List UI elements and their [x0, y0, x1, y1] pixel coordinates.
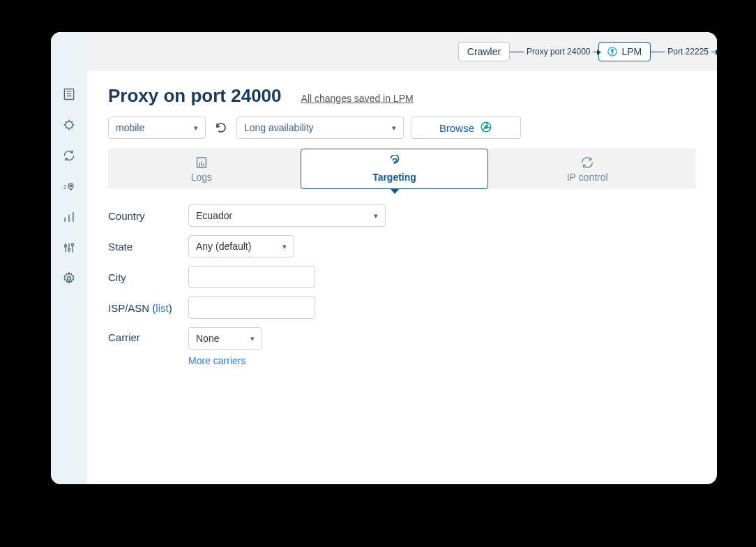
chevron-down-icon: ▾ — [374, 211, 378, 220]
svg-point-16 — [71, 243, 73, 246]
tab-label: Logs — [191, 172, 212, 183]
controls-row: mobile ▾ Long availability ▾ Browse — [87, 117, 717, 149]
state-select[interactable]: Any (default) ▾ — [188, 235, 294, 257]
zones-icon[interactable] — [61, 117, 77, 133]
stats-icon[interactable] — [61, 209, 77, 225]
carrier-value: None — [196, 333, 219, 344]
page-title: Proxy on port 24000 — [108, 85, 282, 107]
tab-logs[interactable]: Logs — [108, 149, 295, 189]
city-label: City — [108, 271, 188, 283]
country-select[interactable]: Ecuador ▾ — [188, 204, 386, 227]
topbar: Crawler Proxy port 24000 LPM Port 22225 — [87, 32, 717, 71]
browse-label: Browse — [439, 122, 474, 134]
refresh-button[interactable] — [213, 119, 229, 136]
svg-point-14 — [68, 248, 70, 250]
flow-line — [593, 52, 598, 52]
targeting-form: Country Ecuador ▾ State Any (default) ▾ … — [87, 189, 717, 390]
svg-point-20 — [612, 52, 614, 54]
isp-post: ) — [169, 302, 172, 314]
crawler-box[interactable]: Crawler — [458, 42, 510, 61]
svg-point-7 — [70, 185, 72, 187]
svg-point-27 — [394, 162, 395, 163]
availability-select[interactable]: Long availability ▾ — [236, 117, 404, 139]
app-window: Crawler Proxy port 24000 LPM Port 22225 … — [51, 32, 717, 484]
isp-list-link[interactable]: list — [156, 302, 168, 314]
lpm-box[interactable]: LPM — [598, 42, 651, 61]
flow-line — [651, 52, 665, 52]
tab-targeting[interactable]: Targeting — [301, 149, 489, 189]
state-label: State — [108, 241, 188, 253]
country-label: Country — [108, 210, 188, 222]
isp-pre: ISP/ASN ( — [108, 302, 156, 314]
more-carriers-link[interactable]: More carriers — [188, 355, 262, 366]
settings-icon[interactable] — [61, 271, 77, 286]
preset-value: mobile — [116, 122, 144, 133]
tab-label: Targeting — [372, 172, 416, 183]
svg-rect-0 — [64, 89, 73, 100]
chevron-down-icon: ▾ — [392, 123, 396, 133]
browse-button[interactable]: Browse — [411, 117, 521, 139]
svg-rect-19 — [612, 49, 614, 52]
lpm-label: LPM — [621, 46, 642, 57]
lpm-icon — [607, 47, 617, 57]
tab-overflow[interactable] — [686, 149, 696, 189]
sliders-icon[interactable] — [61, 240, 77, 255]
city-input[interactable] — [188, 266, 315, 288]
chevron-down-icon: ▾ — [194, 123, 198, 133]
isp-label: ISP/ASN (list) — [108, 302, 188, 314]
flow-line — [711, 52, 717, 52]
port-label: Port 22225 — [665, 47, 711, 57]
header: Proxy on port 24000 All changes saved in… — [87, 71, 717, 117]
country-value: Ecuador — [196, 210, 232, 221]
tab-label: IP control — [567, 172, 608, 183]
location-icon[interactable] — [61, 179, 77, 194]
crawler-label: Crawler — [467, 46, 501, 57]
carrier-select[interactable]: None ▾ — [188, 327, 262, 350]
main-panel: Crawler Proxy port 24000 LPM Port 22225 … — [87, 32, 717, 484]
flow-line — [510, 52, 524, 52]
state-value: Any (default) — [196, 241, 251, 252]
save-status[interactable]: All changes saved in LPM — [301, 93, 414, 104]
refresh-icon[interactable] — [61, 148, 77, 163]
svg-point-17 — [68, 277, 71, 280]
tabs: Logs Targeting IP control — [108, 149, 696, 189]
preset-select[interactable]: mobile ▾ — [108, 117, 206, 139]
availability-value: Long availability — [244, 122, 314, 133]
tab-ipcontrol[interactable]: IP control — [494, 149, 681, 189]
svg-point-12 — [64, 245, 66, 247]
sidebar — [51, 32, 87, 484]
carrier-label: Carrier — [108, 327, 188, 343]
arrow-icon — [716, 50, 717, 55]
chevron-down-icon: ▾ — [282, 242, 287, 251]
arrow-icon — [597, 50, 601, 55]
chevron-down-icon: ▾ — [250, 334, 255, 343]
proxy-port-label: Proxy port 24000 — [524, 47, 593, 57]
chrome-icon — [480, 121, 492, 135]
ports-icon[interactable] — [61, 87, 77, 102]
isp-input[interactable] — [188, 297, 315, 319]
